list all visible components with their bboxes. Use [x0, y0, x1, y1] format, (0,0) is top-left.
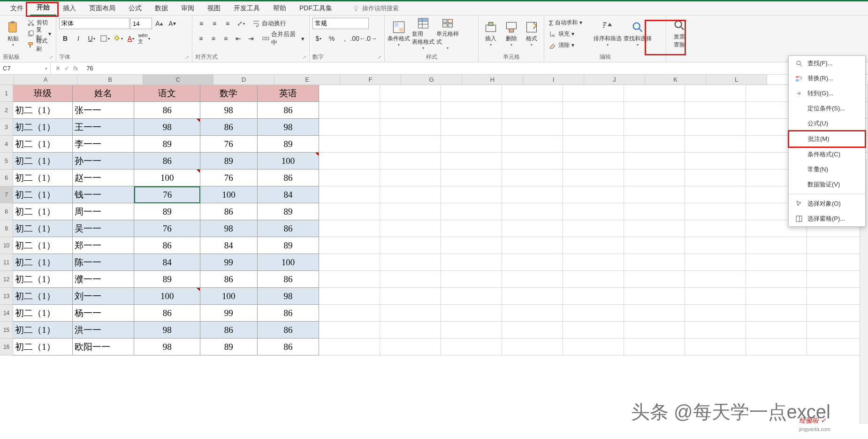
col-header-C[interactable]: C [143, 75, 213, 85]
data-cell[interactable]: 初二（1） [13, 153, 73, 169]
find-select-button[interactable]: 查找和选择▾ [624, 17, 652, 50]
data-cell[interactable]: 84 [258, 186, 319, 203]
paste-button[interactable]: 粘贴▾ [3, 17, 23, 50]
col-header-D[interactable]: D [213, 75, 274, 85]
data-cell[interactable]: 98 [200, 102, 258, 119]
data-cell[interactable]: 98 [134, 339, 200, 355]
row-header-1[interactable]: 1 [0, 85, 13, 102]
row-header-11[interactable]: 11 [0, 254, 13, 271]
data-cell[interactable]: 98 [258, 119, 319, 136]
data-cell[interactable]: 86 [200, 322, 258, 339]
menu-item-M[interactable]: 批注(M) [788, 130, 866, 148]
align-left-button[interactable]: ≡ [195, 33, 207, 44]
data-cell[interactable]: 濮一一 [73, 271, 134, 288]
data-cell[interactable]: 86 [258, 271, 319, 288]
font-color-button[interactable]: A▾ [125, 33, 137, 44]
menu-item-F[interactable]: 查找(F)... [789, 56, 865, 71]
data-cell[interactable]: 100 [258, 153, 319, 169]
tab-layout[interactable]: 页面布局 [83, 1, 122, 15]
data-cell[interactable]: 89 [258, 203, 319, 220]
data-cell[interactable]: 郑一一 [73, 237, 134, 254]
increase-font-button[interactable]: A▴ [153, 18, 165, 29]
data-cell[interactable]: 初二（1） [13, 271, 73, 288]
decrease-decimal-button[interactable]: .0→ [365, 33, 377, 44]
row-header-10[interactable]: 10 [0, 237, 13, 254]
autosum-button[interactable]: Σ自动求和▾ [547, 17, 592, 28]
col-header-B[interactable]: B [77, 75, 143, 85]
data-cell[interactable]: 陈一一 [73, 254, 134, 271]
data-cell[interactable]: 100 [200, 288, 258, 305]
tab-developer[interactable]: 开发工具 [227, 1, 266, 15]
tell-me-search[interactable]: 操作说明搜索 [353, 4, 399, 13]
menu-item-P[interactable]: 选择窗格(P)... [789, 211, 865, 226]
wrap-text-button[interactable]: 自动换行 [251, 18, 288, 29]
data-cell[interactable]: 98 [134, 119, 200, 136]
data-cell[interactable]: 刘一一 [73, 288, 134, 305]
data-cell[interactable]: 89 [134, 203, 200, 220]
tab-formulas[interactable]: 公式 [122, 1, 148, 15]
data-cell[interactable]: 初二（1） [13, 237, 73, 254]
data-cell[interactable]: 钱一一 [73, 186, 134, 203]
data-cell[interactable]: 99 [200, 305, 258, 322]
data-cell[interactable]: 杨一一 [73, 305, 134, 322]
menu-item-U[interactable]: 公式(U) [789, 116, 865, 131]
data-cell[interactable]: 76 [200, 136, 258, 153]
align-center-button[interactable]: ≡ [208, 33, 220, 44]
increase-indent-button[interactable]: ⇥ [245, 33, 257, 44]
data-cell[interactable]: 86 [134, 305, 200, 322]
data-cell[interactable]: 98 [134, 322, 200, 339]
cell-styles-button[interactable]: 单元格样式▾ [436, 17, 459, 50]
row-header-2[interactable]: 2 [0, 102, 13, 119]
orientation-button[interactable]: ⤢▾ [235, 18, 247, 29]
menu-item-G[interactable]: 转到(G)... [789, 86, 865, 101]
data-cell[interactable]: 84 [134, 254, 200, 271]
data-cell[interactable]: 初二（1） [13, 288, 73, 305]
row-header-12[interactable]: 12 [0, 271, 13, 288]
data-cell[interactable]: 89 [258, 237, 319, 254]
menu-item-R[interactable]: abac替换(R)... [789, 71, 865, 86]
name-box[interactable]: C7▾ [0, 62, 51, 74]
data-cell[interactable]: 100 [134, 288, 200, 305]
menu-item-S[interactable]: 定位条件(S)... [789, 101, 865, 116]
row-header-7[interactable]: 7 [0, 186, 13, 203]
comma-button[interactable]: , [339, 33, 351, 44]
data-cell[interactable]: 赵一一 [73, 169, 134, 186]
decrease-indent-button[interactable]: ⇤ [233, 33, 244, 44]
decrease-font-button[interactable]: A▾ [166, 18, 178, 29]
row-header-6[interactable]: 6 [0, 169, 13, 186]
formula-input[interactable]: 76 [83, 65, 868, 72]
fx-icon[interactable]: fx [73, 65, 78, 72]
data-cell[interactable]: 周一一 [73, 203, 134, 220]
menu-item-V[interactable]: 数据验证(V) [789, 177, 865, 192]
spreadsheet-grid[interactable]: A B C D E F G H I J K L 1班级姓名语文数学英语2初二（1… [0, 75, 868, 424]
data-cell[interactable]: 王一一 [73, 119, 134, 136]
align-top-button[interactable]: ≡ [195, 18, 207, 29]
data-cell[interactable]: 86 [258, 102, 319, 119]
fill-color-button[interactable]: ▾ [112, 33, 124, 44]
data-cell[interactable]: 初二（1） [13, 254, 73, 271]
underline-button[interactable]: U▾ [85, 33, 98, 44]
italic-button[interactable]: I [72, 33, 84, 44]
data-cell[interactable]: 初二（1） [13, 102, 73, 119]
format-painter-button[interactable]: 格式刷 [25, 40, 53, 50]
data-cell[interactable]: 89 [258, 136, 319, 153]
data-cell[interactable]: 84 [200, 237, 258, 254]
tab-file[interactable]: 文件 [4, 1, 30, 15]
header-cell[interactable]: 英语 [258, 85, 319, 102]
data-cell[interactable]: 89 [200, 153, 258, 169]
data-cell[interactable]: 98 [200, 220, 258, 237]
data-cell[interactable]: 初二（1） [13, 322, 73, 339]
data-cell[interactable]: 99 [200, 254, 258, 271]
data-cell[interactable]: 初二（1） [13, 136, 73, 153]
data-cell[interactable]: 86 [258, 322, 319, 339]
tab-review[interactable]: 审阅 [175, 1, 201, 15]
col-header-H[interactable]: H [462, 75, 523, 85]
data-cell[interactable]: 初二（1） [13, 186, 73, 203]
select-all-corner[interactable] [0, 75, 14, 85]
col-header-L[interactable]: L [706, 75, 767, 85]
align-right-button[interactable]: ≡ [220, 33, 232, 44]
font-name-combo[interactable] [59, 18, 129, 29]
data-cell[interactable]: 89 [200, 339, 258, 355]
accounting-format-button[interactable]: $▾ [312, 33, 325, 44]
data-cell[interactable]: 76 [134, 186, 200, 203]
